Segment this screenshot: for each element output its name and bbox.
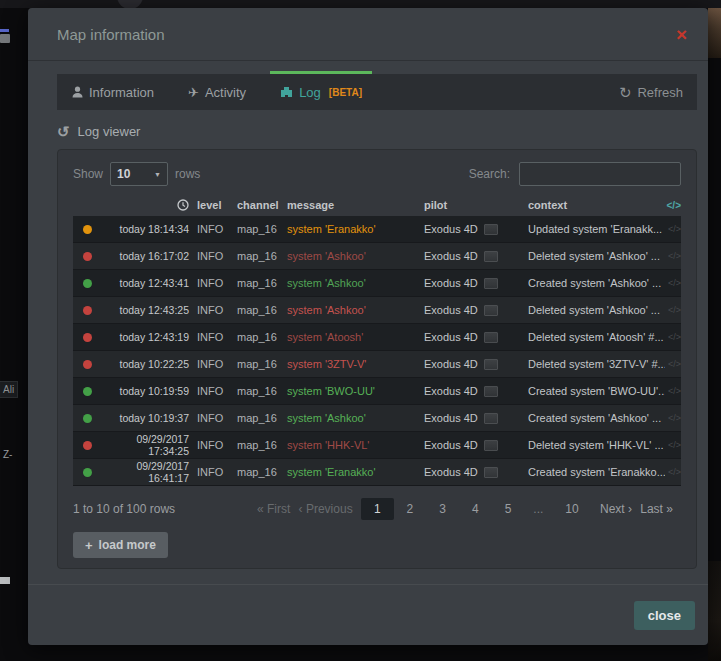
log-message: system '3ZTV-V' bbox=[287, 358, 399, 370]
status-cell bbox=[73, 333, 101, 342]
refresh-button[interactable]: ↻ Refresh bbox=[619, 85, 683, 100]
log-context: Created system 'BWO-UU'... bbox=[528, 385, 665, 397]
pagination-first[interactable]: « First bbox=[257, 502, 290, 516]
pilot-card-icon[interactable] bbox=[484, 278, 498, 289]
log-time: today 10:19:59 bbox=[101, 385, 197, 397]
tab-label: Information bbox=[89, 85, 154, 100]
page-size-select[interactable]: 10 ▼ bbox=[110, 162, 168, 186]
pilot-card-icon[interactable] bbox=[484, 305, 498, 316]
row-code-toggle[interactable]: </> bbox=[665, 278, 681, 288]
log-level: INFO bbox=[197, 439, 237, 451]
log-context: Deleted system 'Ashkoo' ... bbox=[528, 250, 665, 262]
row-code-toggle[interactable]: </> bbox=[665, 305, 681, 315]
log-time: today 10:22:25 bbox=[101, 358, 197, 370]
pilot-card-icon[interactable] bbox=[484, 440, 498, 451]
row-code-toggle[interactable]: </> bbox=[665, 251, 681, 261]
binoculars-icon bbox=[280, 86, 293, 98]
log-channel: map_16 bbox=[237, 466, 287, 478]
pagination-page-5[interactable]: 5 bbox=[492, 498, 525, 520]
log-message: system 'HHK-VL' bbox=[287, 439, 399, 451]
pilot-card-icon[interactable] bbox=[484, 359, 498, 370]
user-icon bbox=[72, 86, 83, 98]
background-texture-fragment bbox=[708, 561, 721, 661]
row-code-toggle[interactable]: </> bbox=[665, 224, 681, 234]
status-cell bbox=[73, 441, 101, 450]
search-input[interactable] bbox=[519, 162, 681, 186]
pilot-card-icon[interactable] bbox=[484, 386, 498, 397]
pilot-card-icon[interactable] bbox=[484, 467, 498, 478]
log-message: system 'Eranakko' bbox=[287, 466, 399, 478]
pilot-card-icon[interactable] bbox=[484, 413, 498, 424]
table-row: 09/29/2017 16:41:17 INFO map_16 system '… bbox=[73, 459, 681, 486]
row-code-toggle[interactable]: </> bbox=[665, 413, 681, 423]
log-table-body: today 18:14:34 INFO map_16 system 'Erana… bbox=[73, 216, 681, 486]
status-dot bbox=[83, 333, 92, 342]
pilot-cell: Exodus 4D bbox=[424, 304, 528, 316]
channel-column-header[interactable]: channel bbox=[237, 199, 287, 211]
dialog-body: Information ✈ Activity Log [BETA] ↻ Refr… bbox=[28, 61, 708, 569]
tab-label: Log bbox=[299, 85, 321, 100]
log-time: today 12:43:41 bbox=[101, 277, 197, 289]
pagination-page-10[interactable]: 10 bbox=[552, 498, 591, 520]
rows-label: rows bbox=[175, 167, 200, 181]
page-size-value: 10 bbox=[117, 167, 130, 181]
log-channel: map_16 bbox=[237, 304, 287, 316]
history-icon: ↺ bbox=[57, 124, 70, 139]
status-dot bbox=[83, 252, 92, 261]
pagination-next[interactable]: Next › bbox=[600, 502, 632, 516]
log-context: Deleted system 'Atoosh' #... bbox=[528, 331, 665, 343]
level-column-header[interactable]: level bbox=[197, 199, 237, 211]
table-row: today 18:14:34 INFO map_16 system 'Erana… bbox=[73, 216, 681, 243]
pagination-last[interactable]: Last » bbox=[640, 502, 673, 516]
pilot-cell: Exodus 4D bbox=[424, 358, 528, 370]
log-channel: map_16 bbox=[237, 385, 287, 397]
status-dot bbox=[83, 441, 92, 450]
row-code-toggle[interactable]: </> bbox=[665, 386, 681, 396]
beta-badge: [BETA] bbox=[329, 87, 362, 98]
log-time: 09/29/2017 17:34:25 bbox=[101, 433, 197, 457]
table-row: today 12:43:25 INFO map_16 system 'Ashko… bbox=[73, 297, 681, 324]
log-channel: map_16 bbox=[237, 331, 287, 343]
pagination-previous[interactable]: ‹ Previous bbox=[299, 502, 353, 516]
status-cell bbox=[73, 468, 101, 477]
pilot-column-header[interactable]: pilot bbox=[424, 199, 528, 211]
pilot-card-icon[interactable] bbox=[484, 332, 498, 343]
status-cell bbox=[73, 225, 101, 234]
row-code-toggle[interactable]: </> bbox=[665, 467, 681, 477]
table-header-row: level channel message pilot context </> bbox=[73, 194, 681, 216]
context-column-header[interactable]: context bbox=[528, 199, 665, 211]
pilot-cell: Exodus 4D bbox=[424, 439, 528, 451]
pilot-card-icon[interactable] bbox=[484, 251, 498, 262]
background-image-fragment bbox=[708, 8, 721, 58]
message-column-header[interactable]: message bbox=[287, 199, 399, 211]
tab-activity[interactable]: ✈ Activity bbox=[178, 74, 256, 110]
close-icon[interactable]: × bbox=[676, 25, 687, 44]
pilot-card-icon[interactable] bbox=[484, 224, 498, 235]
log-pilot-name: Exodus 4D bbox=[424, 250, 478, 262]
time-column-header[interactable] bbox=[101, 199, 197, 211]
table-controls: Show 10 ▼ rows Search: bbox=[73, 162, 681, 186]
log-pilot-name: Exodus 4D bbox=[424, 223, 478, 235]
log-pilot-name: Exodus 4D bbox=[424, 277, 478, 289]
chevron-down-icon: ▼ bbox=[154, 171, 161, 178]
log-context: Created system 'Ashkoo' ... bbox=[528, 277, 665, 289]
pagination-page-1[interactable]: 1 bbox=[361, 498, 394, 520]
pagination-page-3[interactable]: 3 bbox=[426, 498, 459, 520]
log-message: system 'Ashkoo' bbox=[287, 250, 399, 262]
log-context: Deleted system 'Ashkoo' ... bbox=[528, 304, 665, 316]
pagination-page-2[interactable]: 2 bbox=[394, 498, 427, 520]
load-more-button[interactable]: + load more bbox=[73, 532, 168, 558]
row-code-toggle[interactable]: </> bbox=[665, 359, 681, 369]
tab-log[interactable]: Log [BETA] bbox=[270, 74, 372, 110]
row-code-toggle[interactable]: </> bbox=[665, 332, 681, 342]
log-level: INFO bbox=[197, 250, 237, 262]
pagination-page-4[interactable]: 4 bbox=[459, 498, 492, 520]
log-message: system 'Eranakko' bbox=[287, 223, 399, 235]
status-cell bbox=[73, 279, 101, 288]
close-button[interactable]: close bbox=[634, 601, 695, 630]
log-message: system 'Ashkoo' bbox=[287, 304, 399, 316]
tab-information[interactable]: Information bbox=[62, 74, 164, 110]
log-time: today 10:19:37 bbox=[101, 412, 197, 424]
dialog-footer: close bbox=[28, 584, 708, 645]
row-code-toggle[interactable]: </> bbox=[665, 440, 681, 450]
